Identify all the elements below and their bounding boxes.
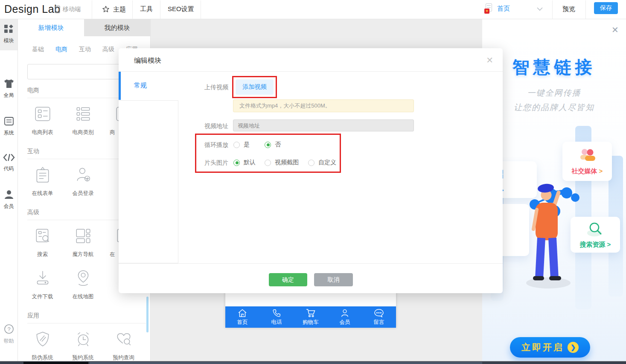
video-url-label: 视频地址 <box>177 122 228 130</box>
category-ecommerce[interactable]: 电商 <box>55 46 67 58</box>
radio-poster-custom[interactable]: 自定义 <box>308 159 336 166</box>
document-icon <box>4 116 14 126</box>
sidebar-item-help[interactable]: ? 帮助 <box>0 324 17 345</box>
horizontal-scrollbar[interactable] <box>0 361 626 364</box>
phone-bottom-nav: 首页 电话 购物车 会员 留言 <box>225 306 396 328</box>
menu-tools-label: 工具 <box>140 5 153 13</box>
annotation-box-options <box>195 134 341 173</box>
format-hint: 文件格式为mp4，大小不超过500M。 <box>233 99 414 112</box>
sidebar-item-modules[interactable]: 模块 <box>0 19 17 50</box>
ecom-list-icon <box>34 105 52 123</box>
social-media-icon <box>577 148 597 164</box>
app-logo: Design Lab <box>4 3 60 15</box>
sidebar-item-member[interactable]: 会员 <box>0 190 17 210</box>
cube-nav-icon <box>74 227 92 245</box>
module-panel-tabs: 新增模块 我的模块 <box>18 19 150 36</box>
poster-image-label: 片头图片 <box>177 159 228 167</box>
sidebar-item-global[interactable]: 全局 <box>0 79 17 99</box>
phone-icon <box>272 309 281 318</box>
phone-nav-home[interactable]: 首页 <box>225 306 259 328</box>
toolbar-divider <box>132 0 133 19</box>
promo-subtitle-1: 一键全网传播 <box>482 87 626 99</box>
radio-poster-default[interactable]: 默认 <box>233 159 256 166</box>
module-item-cube-nav[interactable]: 魔方导航 <box>63 227 103 258</box>
tab-new-modules[interactable]: 新增模块 <box>18 19 84 36</box>
cta-arrow-icon: ❯ <box>568 342 579 353</box>
radio-poster-screenshot[interactable]: 视频截图 <box>265 159 299 166</box>
mobile-mode-label: 移动端 <box>63 6 81 13</box>
help-icon: ? <box>4 324 14 334</box>
promo-close-icon[interactable]: ✕ <box>611 25 619 35</box>
toolbar-divider <box>552 0 553 19</box>
page-selector-label: 首页 <box>497 5 510 13</box>
grid-icon <box>4 24 14 34</box>
radio-loop-no[interactable]: 否 <box>265 141 281 149</box>
radio-circle <box>233 160 240 166</box>
module-item-search[interactable]: 搜索 <box>22 227 63 258</box>
radio-circle <box>265 160 271 166</box>
user-icon <box>340 309 349 318</box>
sidebar-item-system[interactable]: 系统 <box>0 116 17 137</box>
sidebar-item-code[interactable]: 代码 <box>0 153 17 172</box>
menu-seo[interactable]: SEO设置 <box>168 5 194 13</box>
module-item-anti-fake[interactable]: 防伪系统 <box>22 330 63 361</box>
tab-my-modules[interactable]: 我的模块 <box>84 19 150 36</box>
sidebar-item-label: 模块 <box>0 37 17 44</box>
module-item-booking[interactable]: 预约系统 <box>63 330 103 361</box>
file-download-icon <box>34 269 52 287</box>
modal-tab-general[interactable]: 常规 <box>134 82 147 90</box>
cancel-button[interactable]: 取消 <box>314 273 353 286</box>
module-item-booking-query[interactable]: 预约查询 <box>103 330 144 361</box>
menu-theme[interactable]: 主题 <box>102 5 126 14</box>
page-selector[interactable]: ★ 首页 <box>484 3 510 14</box>
promo-subtitle-2: 让您的品牌人尽皆知 <box>482 102 626 113</box>
sidebar-item-label: 会员 <box>0 203 17 210</box>
edit-module-modal: 编辑模块 ✕ 常规 上传视频 添加视频 文件格式为mp4，大小不超过500M。 … <box>119 48 503 293</box>
preview-button[interactable]: 预览 <box>562 5 575 13</box>
member-login-icon <box>74 166 92 184</box>
booking-icon <box>74 330 92 348</box>
scrollbar-thumb[interactable] <box>23 362 88 364</box>
video-url-input[interactable] <box>233 119 414 131</box>
category-advanced[interactable]: 高级 <box>102 46 114 58</box>
online-map-icon <box>74 269 92 287</box>
confirm-button[interactable]: 确定 <box>269 273 307 286</box>
phone-nav-member[interactable]: 会员 <box>328 306 362 328</box>
module-item-online-form[interactable]: 在线表单 <box>22 166 63 197</box>
toolbar-divider <box>160 0 160 19</box>
ecom-category-icon <box>74 105 92 123</box>
poster-radio-group: 默认 视频截图 自定义 <box>233 159 336 166</box>
home-icon <box>237 309 247 318</box>
module-item-online-map[interactable]: 在线地图 <box>63 269 103 300</box>
sidebar-item-label: 全局 <box>0 92 17 99</box>
modal-side-box <box>119 100 178 263</box>
save-button[interactable]: 保存 <box>594 2 618 14</box>
panel-scrollbar[interactable] <box>146 297 148 332</box>
category-basic[interactable]: 基础 <box>32 46 44 58</box>
loop-radio-group: 是 否 <box>233 141 281 148</box>
upload-video-label: 上传视频 <box>177 84 228 91</box>
module-item-ecom-category[interactable]: 电商类别 <box>63 105 103 136</box>
left-icon-sidebar: 模块 全局 系统 代码 会员 ? 帮助 <box>0 19 18 361</box>
menu-tools[interactable]: 工具 <box>140 5 153 13</box>
category-interactive[interactable]: 互动 <box>79 46 91 58</box>
module-item-ecom-list[interactable]: 电商列表 <box>22 105 63 136</box>
module-item-member-login[interactable]: 会员登录 <box>63 166 103 197</box>
modal-close-icon[interactable]: ✕ <box>486 55 493 65</box>
module-item-file-download[interactable]: 文件下载 <box>22 269 63 300</box>
phone-nav-phone[interactable]: 电话 <box>259 306 294 328</box>
chevron-down-icon[interactable] <box>537 7 543 11</box>
radio-loop-yes[interactable]: 是 <box>233 141 250 149</box>
promo-panel: ✕ 智慧链接 一键全网传播 让您的品牌人尽皆知 程序> <box>482 19 626 361</box>
mobile-mode-indicator[interactable]: 移动端 <box>55 6 81 13</box>
tshirt-icon <box>3 79 15 88</box>
phone-nav-cart[interactable]: 购物车 <box>294 306 328 328</box>
modal-footer-divider <box>119 263 503 264</box>
toolbar-divider <box>92 0 92 19</box>
scrollbar-track-segment <box>90 362 482 364</box>
start-now-button[interactable]: 立即开启 ❯ <box>510 337 590 358</box>
phone-nav-message[interactable]: 留言 <box>362 306 396 328</box>
radio-circle <box>308 160 314 166</box>
theme-star-icon <box>102 5 110 14</box>
menu-seo-label: SEO设置 <box>168 5 194 13</box>
